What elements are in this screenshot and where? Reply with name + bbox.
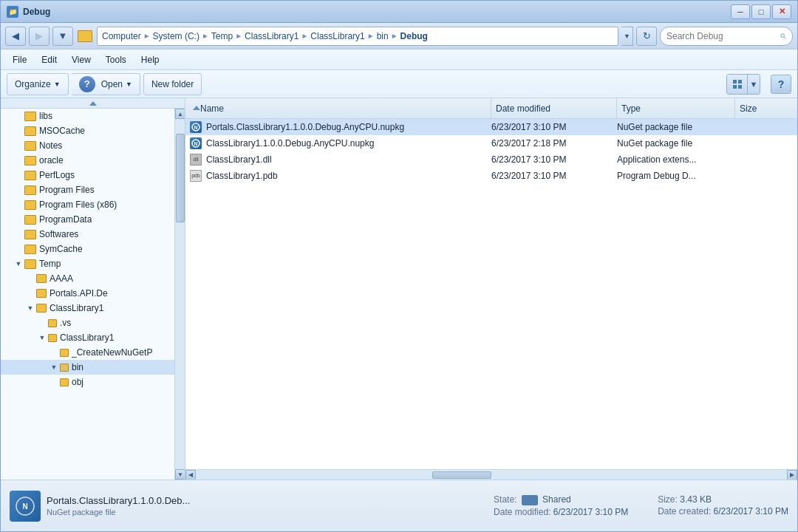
search-box bbox=[660, 27, 793, 46]
sidebar-scroll-thumb[interactable] bbox=[176, 134, 185, 222]
dropdown-button[interactable]: ▼ bbox=[52, 27, 73, 46]
sidebar-label-oracle: oracle bbox=[39, 155, 64, 166]
sidebar-item-program-files[interactable]: Program Files bbox=[1, 183, 174, 197]
breadcrumb-temp[interactable]: Temp bbox=[211, 31, 233, 41]
status-state-label: State: bbox=[494, 494, 516, 505]
organize-button[interactable]: Organize ▼ bbox=[7, 73, 69, 95]
table-row[interactable]: pdb ClassLibrary1.pdb 6/23/2017 3:10 PM … bbox=[185, 168, 797, 184]
sidebar-item-classlibrary1[interactable]: ▼ ClassLibrary1 bbox=[1, 301, 174, 316]
column-header-type[interactable]: Type bbox=[617, 98, 735, 118]
file-name-4: ClassLibrary1.pdb bbox=[206, 171, 278, 181]
svg-text:N: N bbox=[194, 125, 197, 130]
menu-edit[interactable]: Edit bbox=[35, 52, 63, 67]
sidebar-item-obj[interactable]: obj bbox=[1, 375, 174, 389]
menu-tools[interactable]: Tools bbox=[100, 52, 132, 67]
sidebar-scroll-up[interactable] bbox=[1, 98, 185, 109]
help-button[interactable]: ? bbox=[771, 75, 791, 94]
folder-icon-perflogs bbox=[24, 171, 36, 180]
back-button[interactable]: ◀ bbox=[5, 27, 26, 46]
status-file-icon: N bbox=[10, 491, 41, 522]
sidebar-item-createnewnuget[interactable]: _CreateNewNuGetP bbox=[1, 345, 174, 360]
breadcrumb-computer[interactable]: Computer bbox=[102, 31, 141, 41]
breadcrumb-debug[interactable]: Debug bbox=[400, 31, 428, 41]
file-list-body: N Portals.ClassLibrary1.1.0.0.Debug.AnyC… bbox=[185, 119, 797, 469]
view-grid-button[interactable] bbox=[727, 75, 748, 94]
h-scroll-thumb[interactable] bbox=[432, 471, 491, 479]
menu-view[interactable]: View bbox=[66, 52, 97, 67]
h-scroll-right-arrow[interactable]: ▶ bbox=[787, 470, 797, 480]
search-icon bbox=[780, 31, 786, 41]
pdb-icon: pdb bbox=[190, 170, 202, 182]
table-row[interactable]: N Portals.ClassLibrary1.1.0.0.Debug.AnyC… bbox=[185, 119, 797, 135]
minimize-button[interactable]: ─ bbox=[731, 4, 750, 19]
sidebar-scroll-up-arrow[interactable]: ▲ bbox=[175, 109, 185, 119]
sidebar-item-perflogs[interactable]: PerfLogs bbox=[1, 168, 174, 183]
window-title: Debug bbox=[23, 7, 50, 17]
search-input[interactable] bbox=[666, 31, 777, 41]
maximize-button[interactable]: □ bbox=[751, 4, 771, 19]
sidebar-item-program-files-x86[interactable]: Program Files (x86) bbox=[1, 197, 174, 212]
sidebar-label-program-files-x86: Program Files (x86) bbox=[39, 200, 117, 210]
menu-file[interactable]: File bbox=[7, 52, 33, 67]
sidebar-item-vs[interactable]: .vs bbox=[1, 316, 174, 330]
sidebar-item-symcache[interactable]: SymCache bbox=[1, 242, 174, 256]
view-dropdown-button[interactable]: ▼ bbox=[748, 75, 760, 94]
svg-line-1 bbox=[784, 36, 786, 38]
sidebar-item-portals-api[interactable]: Portals.API.De bbox=[1, 286, 174, 301]
column-header-date[interactable]: Date modified bbox=[491, 98, 617, 118]
view-buttons: ▼ bbox=[726, 74, 760, 95]
sidebar-item-programdata[interactable]: ProgramData bbox=[1, 212, 174, 227]
column-header-name[interactable]: Name bbox=[188, 98, 491, 118]
expand-temp-icon: ▼ bbox=[13, 258, 24, 270]
folder-icon-portals-api bbox=[36, 289, 47, 298]
sidebar-scroll-down-arrow[interactable]: ▼ bbox=[175, 469, 185, 480]
col-type-label: Type bbox=[621, 103, 641, 114]
sidebar-item-temp[interactable]: ▼ Temp bbox=[1, 256, 174, 271]
breadcrumb-system-c[interactable]: System (C:) bbox=[153, 31, 200, 41]
sidebar-label-classlibrary1-sub: ClassLibrary1 bbox=[60, 332, 114, 343]
status-state: State: Shared bbox=[494, 494, 628, 505]
breadcrumb-bar: Computer ► System (C:) ► Temp ► ClassLib… bbox=[97, 27, 618, 46]
close-button[interactable]: ✕ bbox=[772, 4, 791, 19]
sidebar-scrollbar: ▲ ▼ bbox=[174, 109, 185, 480]
file-type-3: Application extens... bbox=[617, 154, 696, 165]
sidebar-item-softwares[interactable]: Softwares bbox=[1, 227, 174, 242]
sidebar-item-classlibrary1-sub[interactable]: ▼ ClassLibrary1 bbox=[1, 330, 174, 345]
h-scroll-track bbox=[196, 471, 787, 480]
table-row[interactable]: N ClassLibrary1.1.0.0.Debug.AnyCPU.nupkg… bbox=[185, 135, 797, 151]
breadcrumb-bin[interactable]: bin bbox=[377, 31, 389, 41]
sidebar-label-notes: Notes bbox=[39, 140, 62, 151]
file-icon-dll: dll bbox=[188, 154, 203, 166]
sidebar-item-bin[interactable]: ▼ bin bbox=[1, 360, 174, 375]
refresh-button[interactable]: ↻ bbox=[636, 27, 657, 46]
grid-icon bbox=[732, 79, 743, 89]
scroll-up-icon bbox=[89, 101, 97, 106]
menu-help[interactable]: Help bbox=[135, 52, 166, 67]
column-header-size[interactable]: Size bbox=[735, 98, 794, 118]
main-area: libs MSOCache Notes oracle bbox=[1, 98, 797, 480]
table-row[interactable]: dll ClassLibrary1.dll 6/23/2017 3:10 PM … bbox=[185, 151, 797, 168]
breadcrumb-classlibrary1-1[interactable]: ClassLibrary1 bbox=[245, 31, 299, 41]
file-date-3: 6/23/2017 3:10 PM bbox=[491, 154, 566, 165]
sidebar-item-oracle[interactable]: oracle bbox=[1, 153, 174, 168]
sidebar-label-symcache: SymCache bbox=[39, 244, 83, 254]
h-scroll-left-arrow[interactable]: ◀ bbox=[185, 470, 196, 480]
breadcrumb-dropdown[interactable]: ▼ bbox=[621, 27, 633, 46]
open-button[interactable]: ? Open ▼ bbox=[72, 73, 140, 95]
expand-symcache-icon bbox=[13, 243, 24, 255]
folder-icon-obj bbox=[60, 378, 69, 386]
breadcrumb-classlibrary1-2[interactable]: ClassLibrary1 bbox=[310, 31, 364, 41]
col-date-label: Date modified bbox=[496, 103, 550, 114]
file-type-cell-2: NuGet package file bbox=[617, 138, 735, 149]
sidebar-label-obj: obj bbox=[72, 377, 83, 387]
folder-icon-temp bbox=[24, 259, 36, 269]
sidebar-item-aaaa[interactable]: AAAA bbox=[1, 271, 174, 286]
file-name-3: ClassLibrary1.dll bbox=[206, 154, 272, 165]
organize-arrow-icon: ▼ bbox=[54, 81, 61, 88]
new-folder-button[interactable]: New folder bbox=[143, 73, 202, 95]
status-date-modified-label: Date modified: bbox=[494, 507, 550, 517]
sidebar-item-notes[interactable]: Notes bbox=[1, 138, 174, 153]
sidebar-item-msocache[interactable]: MSOCache bbox=[1, 123, 174, 138]
forward-button[interactable]: ▶ bbox=[29, 27, 50, 46]
sidebar-item-libs[interactable]: libs bbox=[1, 109, 174, 123]
